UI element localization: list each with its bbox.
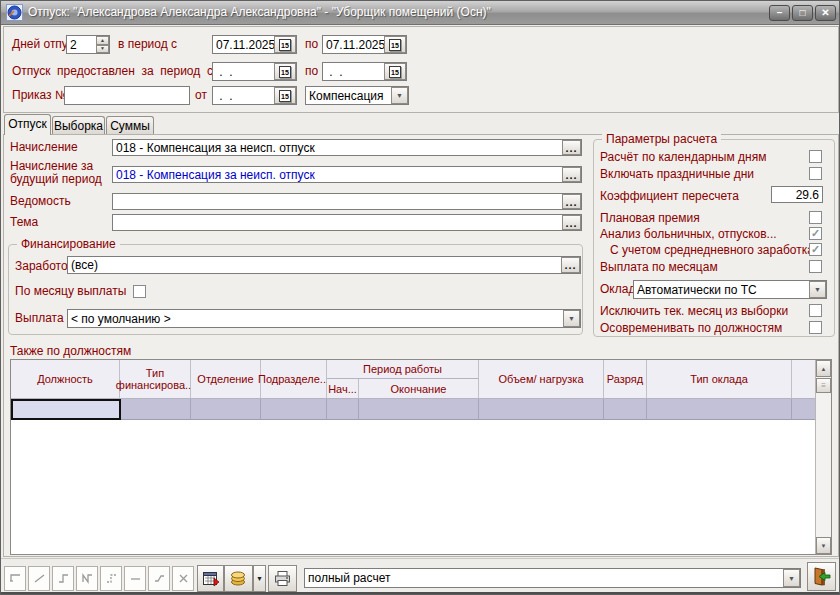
curve-zigzag-button[interactable]	[76, 566, 98, 591]
calendar-button[interactable]: 15	[384, 36, 406, 53]
scroll-down-icon: ▼	[821, 543, 827, 549]
dropdown-button[interactable]: ▼	[563, 310, 580, 327]
period-to-value: 07.11.2025	[326, 38, 384, 52]
granted-to-field[interactable]: . . 15	[322, 62, 407, 81]
column-header-tip-oklada[interactable]: Тип оклада	[647, 360, 792, 399]
accrual-field[interactable]: 018 - Компенсация за неисп. отпуск ...	[112, 139, 582, 156]
avg-daily-checkbox[interactable]: ✓	[809, 243, 822, 256]
table-cell[interactable]	[479, 399, 604, 420]
curve-step-start-button[interactable]	[4, 566, 26, 591]
step-up-icon	[57, 572, 70, 585]
earnings-field[interactable]: (все) ...	[67, 256, 581, 274]
vacation-type-combobox[interactable]: Компенсация ▼	[305, 86, 409, 105]
column-header-podrazdelenie[interactable]: Подразделе...	[261, 360, 327, 399]
curve-trend-button[interactable]	[148, 566, 170, 591]
curve-slope-button[interactable]	[28, 566, 50, 591]
browse-button[interactable]: ...	[562, 167, 581, 182]
earnings-label: Заработок	[15, 258, 73, 275]
column-header-tip-finansirovaniya[interactable]: Тип финансирова...	[120, 360, 191, 399]
tab-vyborka[interactable]: Выборка	[52, 116, 105, 134]
modernize-checkbox[interactable]: ✓	[809, 321, 822, 334]
payment-dropdown-button[interactable]: ▼	[253, 565, 266, 592]
spin-down-icon[interactable]: ▼	[96, 45, 109, 54]
future-accrual-field[interactable]: 018 - Компенсация за неисп. отпуск ...	[112, 166, 582, 183]
salary-combobox[interactable]: Автоматически по ТС ▼	[633, 280, 827, 299]
close-button[interactable]: ✕	[815, 5, 836, 21]
minimize-button[interactable]: –	[769, 5, 790, 21]
theme-field[interactable]: ...	[112, 214, 582, 231]
calendar-button[interactable]: 15	[274, 63, 296, 80]
granted-from-field[interactable]: . . 15	[212, 62, 297, 81]
trend-icon	[153, 572, 166, 585]
scroll-up-button[interactable]: ▲	[816, 360, 831, 377]
dropdown-button[interactable]: ▼	[391, 87, 408, 104]
table-cell[interactable]	[604, 399, 647, 420]
scrollbar-thumb[interactable]: ≡	[816, 378, 831, 393]
holidays-checkbox[interactable]: ✓	[809, 167, 822, 180]
order-label: Приказ №	[12, 87, 68, 104]
table-scrollbar[interactable]: ▲ ≡ ▼	[815, 360, 831, 554]
maximize-button[interactable]: □	[792, 5, 813, 21]
column-header-dolzhnost[interactable]: Должность	[11, 360, 120, 399]
print-button[interactable]	[268, 565, 297, 592]
dropdown-button[interactable]: ▼	[783, 569, 800, 587]
table-cell[interactable]	[327, 399, 359, 420]
recalculate-button[interactable]	[197, 565, 224, 592]
calc-mode-combobox[interactable]: полный расчет ▼	[304, 568, 801, 588]
exit-button[interactable]	[807, 562, 836, 591]
payment-combobox[interactable]: < по умолчанию > ▼	[67, 309, 581, 328]
app-icon	[6, 4, 23, 21]
period-to-field[interactable]: 07.11.2025 15	[322, 35, 407, 54]
table-cell[interactable]	[261, 399, 327, 420]
analysis-checkbox[interactable]: ✓	[809, 227, 822, 240]
column-header-razryad[interactable]: Разряд	[604, 360, 647, 399]
spin-up-icon[interactable]: ▲	[96, 36, 109, 45]
table-cell[interactable]	[191, 399, 261, 420]
curve-cross-button[interactable]	[172, 566, 194, 591]
bottom-toolbar: ▼ полный расчет ▼	[1, 558, 839, 592]
browse-button[interactable]: ...	[562, 194, 581, 209]
table-cell[interactable]	[120, 399, 191, 420]
by-month-checkbox[interactable]: ✓	[133, 285, 146, 298]
column-header-nachalo[interactable]: Нач...	[327, 379, 359, 399]
exclude-month-label: Исключить тек. месяц из выборки	[600, 304, 788, 318]
table-cell[interactable]	[359, 399, 479, 420]
column-header-obem-nagruzka[interactable]: Объем/ нагрузка	[479, 360, 604, 399]
tab-summy[interactable]: Суммы	[106, 116, 154, 134]
column-header-otdelenie[interactable]: Отделение	[191, 360, 261, 399]
table-cell-selected[interactable]	[11, 399, 121, 420]
coefficient-input[interactable]: 29.6	[771, 186, 823, 203]
salary-label: Оклад	[600, 281, 635, 298]
holidays-label: Включать праздничные дни	[600, 167, 754, 181]
calendar-days-checkbox[interactable]: ✓	[809, 150, 822, 163]
table-cell[interactable]	[647, 399, 792, 420]
close-icon: ✕	[821, 8, 829, 18]
column-header-period-raboty[interactable]: Период работы	[327, 360, 479, 379]
calendar-button[interactable]: 15	[384, 63, 406, 80]
scroll-down-button[interactable]: ▼	[816, 537, 831, 554]
order-number-input[interactable]	[64, 86, 190, 105]
recalc-calendar-icon	[202, 570, 220, 588]
column-header-okonchanie[interactable]: Окончание	[359, 379, 479, 399]
curve-flat-button[interactable]	[124, 566, 146, 591]
curve-step-up-button[interactable]	[52, 566, 74, 591]
pay-by-month-checkbox[interactable]: ✓	[809, 260, 822, 273]
step-start-icon	[9, 572, 22, 585]
calendar-days-label: Расчёт по календарным дням	[600, 150, 766, 164]
sheet-field[interactable]: ...	[112, 193, 582, 210]
exclude-month-checkbox[interactable]: ✓	[809, 304, 822, 317]
dropdown-button[interactable]: ▼	[809, 281, 826, 298]
payment-button[interactable]	[224, 565, 253, 592]
browse-button[interactable]: ...	[562, 215, 581, 230]
chevron-down-icon: ▼	[396, 92, 403, 99]
tab-otpusk[interactable]: Отпуск	[4, 114, 51, 135]
calendar-button[interactable]: 15	[274, 36, 296, 53]
calendar-button[interactable]: 15	[274, 87, 296, 104]
days-spinner[interactable]: 2 ▲ ▼	[66, 35, 110, 54]
browse-button[interactable]: ...	[562, 140, 581, 155]
order-date-field[interactable]: . . 15	[212, 86, 297, 105]
period-from-field[interactable]: 07.11.2025 15	[212, 35, 297, 54]
browse-button[interactable]: ...	[561, 257, 580, 273]
curve-dashed-step-button[interactable]	[100, 566, 122, 591]
planned-bonus-checkbox[interactable]: ✓	[809, 211, 822, 224]
